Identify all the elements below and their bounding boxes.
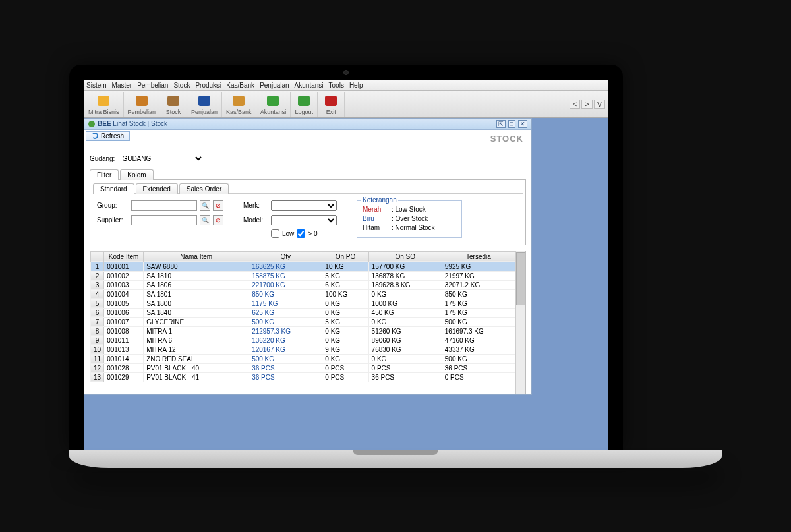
table-row[interactable]: 8001008MITRA 1212957.3 KG0 KG51260 KG161… — [91, 326, 515, 336]
low-label: Low — [282, 230, 294, 237]
stock-window: BEE Lihat Stock | Stock ⇱ □ ✕ Refresh ST… — [84, 118, 532, 395]
gudang-label: Gudang: — [90, 155, 115, 162]
refresh-button[interactable]: Refresh — [86, 131, 130, 141]
table-row[interactable]: 6001006SA 1840625 KG0 KG450 KG175 KG — [91, 308, 515, 317]
app-brand: BEE — [98, 120, 111, 127]
menu-tools[interactable]: Tools — [329, 82, 344, 89]
toolbar-pembelian-button[interactable]: Pembelian — [124, 92, 161, 117]
menu-pembelian[interactable]: Pembelian — [137, 82, 168, 89]
supplier-clear-icon[interactable]: ⊘ — [213, 215, 223, 225]
col-header[interactable]: Tersedia — [442, 251, 515, 262]
group-label: Group: — [97, 202, 129, 209]
screen: SistemMasterPembelianStockProduksiKas/Ba… — [84, 80, 608, 450]
menu-akuntansi[interactable]: Akuntansi — [295, 82, 324, 89]
legend-row: Hitam: Normal Stock — [363, 224, 456, 231]
window-max-icon[interactable]: □ — [508, 120, 515, 128]
scrollbar-thumb-icon[interactable] — [516, 252, 525, 305]
gudang-select[interactable]: GUDANG — [119, 154, 204, 163]
gt0-checkbox[interactable] — [297, 229, 305, 238]
toolbar-icon — [195, 93, 214, 109]
svg-rect-7 — [325, 96, 337, 106]
svg-rect-6 — [298, 96, 310, 106]
toolbar-icon — [164, 93, 183, 109]
toolbar-icon — [94, 93, 113, 109]
toolbar-stock-button[interactable]: Stock — [160, 92, 187, 117]
table-row[interactable]: 13001029PV01 BLACK - 4136 PCS0 PCS36 PCS… — [91, 372, 515, 382]
table-row[interactable]: 2001002SA 1810158875 KG5 KG136878 KG2199… — [91, 271, 515, 280]
table-row[interactable]: 3001003SA 1806221700 KG6 KG189628.8 KG32… — [91, 280, 515, 289]
tab-kolom[interactable]: Kolom — [120, 169, 153, 180]
table-row[interactable]: 5001005SA 18001175 KG0 KG1000 KG175 KG — [91, 299, 515, 308]
col-header[interactable]: Nama Item — [144, 251, 249, 262]
supplier-input[interactable] — [131, 215, 197, 225]
stock-heading: STOCK — [490, 134, 523, 144]
group-clear-icon[interactable]: ⊘ — [213, 200, 223, 211]
subtab-sales-order[interactable]: Sales Order — [179, 183, 229, 194]
tabs-primary: FilterKolom — [90, 169, 526, 180]
stock-table: Kode ItemNama ItemQtyOn POOn SOTersedia … — [90, 251, 515, 382]
group-search-icon[interactable]: 🔍 — [200, 200, 210, 211]
col-header[interactable]: Qty — [249, 251, 322, 262]
window-min-icon[interactable]: ⇱ — [496, 120, 506, 128]
col-header[interactable]: On SO — [368, 251, 442, 262]
menu-stock[interactable]: Stock — [173, 82, 190, 89]
menu-produksi[interactable]: Produksi — [195, 82, 221, 89]
tab-filter[interactable]: Filter — [90, 169, 119, 180]
stock-table-container: Kode ItemNama ItemQtyOn POOn SOTersedia … — [90, 251, 526, 394]
toolbar-mitrabisnis-button[interactable]: Mitra Bisnis — [84, 92, 124, 117]
toolbar-akuntansi-button[interactable]: Akuntansi — [256, 92, 291, 117]
window-close-icon[interactable]: ✕ — [518, 120, 527, 128]
svg-rect-3 — [198, 96, 210, 106]
menu-help[interactable]: Help — [349, 82, 363, 89]
svg-rect-4 — [233, 96, 245, 106]
model-select[interactable] — [271, 215, 337, 225]
subtab-standard[interactable]: Standard — [93, 183, 134, 194]
app-logo-icon — [88, 121, 95, 127]
subtab-extended[interactable]: Extended — [136, 183, 178, 194]
gt0-label: > 0 — [308, 230, 317, 237]
svg-rect-5 — [267, 96, 279, 106]
svg-rect-0 — [98, 96, 109, 106]
window-titlebar: BEE Lihat Stock | Stock ⇱ □ ✕ — [84, 119, 531, 130]
svg-rect-1 — [136, 96, 148, 106]
merk-select[interactable] — [271, 200, 337, 211]
nav-v-button[interactable]: V — [594, 100, 605, 109]
col-header[interactable] — [91, 251, 104, 262]
menu-bar: SistemMasterPembelianStockProduksiKas/Ba… — [84, 80, 608, 91]
supplier-search-icon[interactable]: 🔍 — [200, 215, 210, 225]
legend-row: Biru: Over Stock — [363, 215, 456, 222]
toolbar-icon — [295, 93, 313, 109]
toolbar-icon — [229, 93, 248, 109]
toolbar-right: < > V — [570, 92, 608, 117]
menu-kasbank[interactable]: Kas/Bank — [226, 82, 254, 89]
table-row[interactable]: 12001028PV01 BLACK - 4036 PCS0 PCS0 PCS3… — [91, 363, 515, 372]
table-row[interactable]: 10001013MITRA 12120167 KG9 KG76830 KG433… — [91, 345, 515, 354]
table-row[interactable]: 9001011MITRA 6136220 KG0 KG89060 KG47160… — [91, 336, 515, 345]
vertical-scrollbar[interactable] — [515, 251, 525, 394]
legend-box: Keterangan Merah: Low StockBiru: Over St… — [357, 200, 462, 238]
toolbar-kasbank-button[interactable]: Kas/Bank — [222, 92, 256, 117]
toolbar-exit-button[interactable]: Exit — [318, 92, 345, 117]
low-checkbox[interactable] — [271, 229, 279, 238]
refresh-bar: Refresh STOCK — [84, 130, 531, 148]
menu-sistem[interactable]: Sistem — [86, 82, 107, 89]
toolbar-icon — [264, 93, 282, 109]
laptop-base — [69, 450, 722, 468]
col-header[interactable]: Kode Item — [104, 251, 144, 262]
col-header[interactable]: On PO — [322, 251, 368, 262]
toolbar-logout-button[interactable]: Logout — [291, 92, 318, 117]
nav-next-button[interactable]: > — [581, 100, 592, 109]
nav-prev-button[interactable]: < — [570, 100, 580, 109]
menu-penjualan[interactable]: Penjualan — [260, 82, 289, 89]
group-input[interactable] — [131, 200, 197, 211]
window-title: Lihat Stock | Stock — [113, 120, 167, 127]
table-row[interactable]: 1001001SAW 6880163625 KG10 KG157700 KG59… — [91, 262, 515, 271]
toolbar-penjualan-button[interactable]: Penjualan — [187, 92, 222, 117]
table-row[interactable]: 4001004SA 1801850 KG100 KG0 KG850 KG — [91, 289, 515, 299]
table-row[interactable]: 11001014ZNO RED SEAL500 KG0 KG0 KG500 KG — [91, 354, 515, 363]
refresh-icon — [92, 133, 98, 139]
supplier-label: Supplier: — [97, 216, 129, 223]
table-row[interactable]: 7001007GLYCERINE500 KG5 KG0 KG500 KG — [91, 317, 515, 326]
legend-row: Merah: Low Stock — [363, 206, 456, 213]
menu-master[interactable]: Master — [112, 82, 132, 89]
